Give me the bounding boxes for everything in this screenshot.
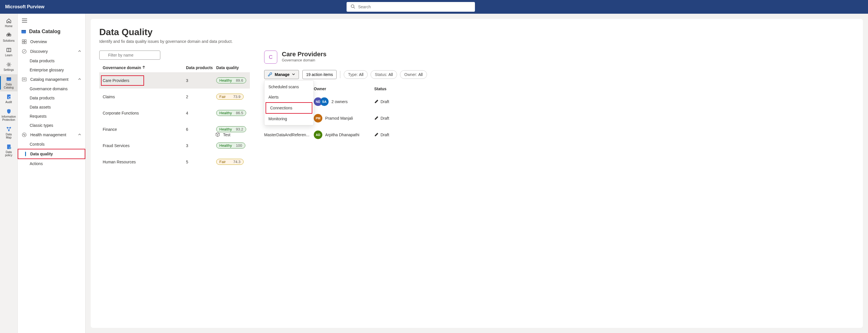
menu-item-connections[interactable]: Connections bbox=[266, 102, 312, 114]
main-area: Data Quality Identify and fix data quali… bbox=[86, 14, 868, 333]
dp-owner: NDSA2 owners bbox=[314, 98, 374, 106]
domain-row[interactable]: Claims2Fair73.9 bbox=[99, 88, 250, 105]
menu-item-alerts[interactable]: Alerts bbox=[265, 92, 313, 102]
audit-icon bbox=[6, 94, 12, 100]
menu-item-monitoring[interactable]: Monitoring bbox=[265, 114, 313, 124]
filter-pill-owner[interactable]: Owner:All bbox=[400, 70, 427, 79]
manage-button[interactable]: Manage bbox=[264, 70, 299, 79]
domain-name: Human Resources bbox=[103, 160, 136, 164]
svg-rect-21 bbox=[25, 40, 26, 41]
data-product-row[interactable]: AnalyticalNDSA2 ownersDraft bbox=[264, 93, 854, 110]
nav-item-data-assets[interactable]: Data assets bbox=[18, 103, 85, 112]
domain-dp-count: 5 bbox=[186, 160, 216, 164]
nav-item-data-products[interactable]: Data products bbox=[18, 93, 85, 103]
chevron-up-icon bbox=[78, 133, 81, 137]
quality-badge: Healthy100 bbox=[216, 142, 245, 148]
settings-icon bbox=[6, 61, 12, 68]
dp-title: Test bbox=[215, 132, 264, 138]
nav-item-governance-domains[interactable]: Governance domains bbox=[18, 84, 85, 93]
filter-pill-status[interactable]: Status:All bbox=[371, 70, 397, 79]
col-governance-domain[interactable]: Governance domain bbox=[103, 65, 186, 70]
brand-label: Microsoft Purview bbox=[5, 4, 44, 9]
owner-avatar: SA bbox=[320, 98, 329, 106]
quality-badge: Healthy89.6 bbox=[216, 77, 246, 83]
data-product-row[interactable]: DatasetPMPramod ManjaliDraft bbox=[264, 110, 854, 127]
rail-item-audit[interactable]: Audit bbox=[0, 92, 18, 106]
dp-type: MasterDataAndReferen... bbox=[264, 133, 314, 137]
domain-row[interactable]: Care Providers3Healthy89.6 bbox=[99, 72, 250, 88]
svg-rect-19 bbox=[21, 30, 26, 31]
dp-status: Draft bbox=[374, 132, 397, 138]
svg-point-14 bbox=[9, 147, 11, 149]
domain-dp-count: 3 bbox=[186, 143, 216, 148]
filter-input[interactable] bbox=[99, 51, 160, 60]
action-items-button[interactable]: 19 action items bbox=[302, 70, 337, 79]
draft-icon bbox=[374, 99, 379, 105]
svg-rect-23 bbox=[25, 42, 26, 44]
domain-dp-count: 4 bbox=[186, 111, 216, 115]
rail-item-data-policy[interactable]: Datapolicy bbox=[0, 142, 18, 159]
nav-item-data-quality[interactable]: Data quality bbox=[18, 149, 85, 159]
svg-rect-4 bbox=[8, 33, 10, 35]
svg-rect-2 bbox=[7, 34, 8, 36]
rail-item-data-map[interactable]: DataMap bbox=[0, 124, 18, 141]
compass-icon bbox=[22, 49, 27, 54]
rail-item-data-catalog[interactable]: DataCatalog bbox=[0, 74, 18, 91]
solutions-icon bbox=[6, 32, 12, 38]
svg-rect-7 bbox=[6, 77, 11, 79]
domain-row[interactable]: Human Resources5Fair74.3 bbox=[99, 154, 250, 170]
separator bbox=[340, 71, 340, 78]
col-data-quality[interactable]: Data quality bbox=[216, 65, 246, 70]
quality-badge: Fair73.9 bbox=[216, 94, 244, 100]
domain-name: Claims bbox=[103, 94, 115, 99]
rail-item-information-protection[interactable]: InformationProtection bbox=[0, 107, 18, 124]
svg-rect-25 bbox=[22, 78, 26, 81]
domain-dp-count: 3 bbox=[186, 78, 216, 83]
domain-row[interactable]: Fraud Services3Healthy100 bbox=[99, 137, 250, 154]
dp-table-header: Type Owner Status bbox=[264, 84, 854, 93]
nav-item-classic-types[interactable]: Classic types bbox=[18, 121, 85, 130]
svg-point-5 bbox=[8, 64, 10, 65]
svg-line-1 bbox=[354, 7, 355, 8]
nav-item-data-products[interactable]: Data products bbox=[18, 56, 85, 65]
top-bar: Microsoft Purview bbox=[0, 0, 868, 14]
col-status[interactable]: Status bbox=[374, 86, 397, 91]
owner-avatar: AD bbox=[314, 131, 322, 139]
nav-catalog-management[interactable]: Catalog management bbox=[18, 75, 85, 84]
svg-rect-3 bbox=[9, 34, 11, 36]
svg-rect-22 bbox=[22, 42, 24, 44]
search-input[interactable] bbox=[347, 2, 475, 12]
information-protection-icon bbox=[6, 108, 12, 114]
owner-avatar: PM bbox=[314, 114, 322, 122]
filter-pill-type[interactable]: Type:All bbox=[344, 70, 368, 79]
catalog-icon bbox=[21, 29, 26, 34]
rail-item-solutions[interactable]: Solutions bbox=[0, 31, 18, 45]
col-owner[interactable]: Owner bbox=[314, 86, 374, 91]
nav-health-management[interactable]: Health management bbox=[18, 130, 85, 140]
domain-row[interactable]: Corporate Functions4Healthy86.5 bbox=[99, 105, 250, 121]
nav-item-controls[interactable]: Controls bbox=[18, 140, 85, 149]
quality-badge: Healthy93.2 bbox=[216, 126, 246, 132]
domain-name: Finance bbox=[103, 127, 117, 132]
cube-icon bbox=[215, 132, 220, 138]
nav-item-actions[interactable]: Actions bbox=[18, 159, 85, 168]
nav-item-requests[interactable]: Requests bbox=[18, 112, 85, 121]
grid-icon bbox=[22, 39, 27, 44]
nav-title: Data Catalog bbox=[18, 26, 85, 37]
menu-item-scheduled-scans[interactable]: Scheduled scans bbox=[265, 82, 313, 92]
data-product-row[interactable]: TestMasterDataAndReferen...ADArpitha Dha… bbox=[264, 127, 854, 143]
rail-item-home[interactable]: Home bbox=[0, 16, 18, 30]
hamburger-icon[interactable] bbox=[21, 17, 28, 24]
col-data-products[interactable]: Data products bbox=[186, 65, 216, 70]
wrench-icon bbox=[268, 72, 272, 77]
nav-item-enterprise-glossary[interactable]: Enterprise glossary bbox=[18, 65, 85, 75]
domain-name: Corporate Functions bbox=[103, 111, 139, 115]
rail-item-learn[interactable]: Learn bbox=[0, 45, 18, 59]
page-title: Data Quality bbox=[99, 27, 854, 37]
domain-table-header: Governance domain Data products Data qua… bbox=[99, 63, 250, 72]
rail-item-settings[interactable]: Settings bbox=[0, 60, 18, 74]
nav-overview[interactable]: Overview bbox=[18, 37, 85, 47]
nav-discovery[interactable]: Discovery bbox=[18, 47, 85, 56]
domain-name: Care Providers bbox=[101, 75, 144, 86]
data-policy-icon bbox=[6, 144, 12, 150]
